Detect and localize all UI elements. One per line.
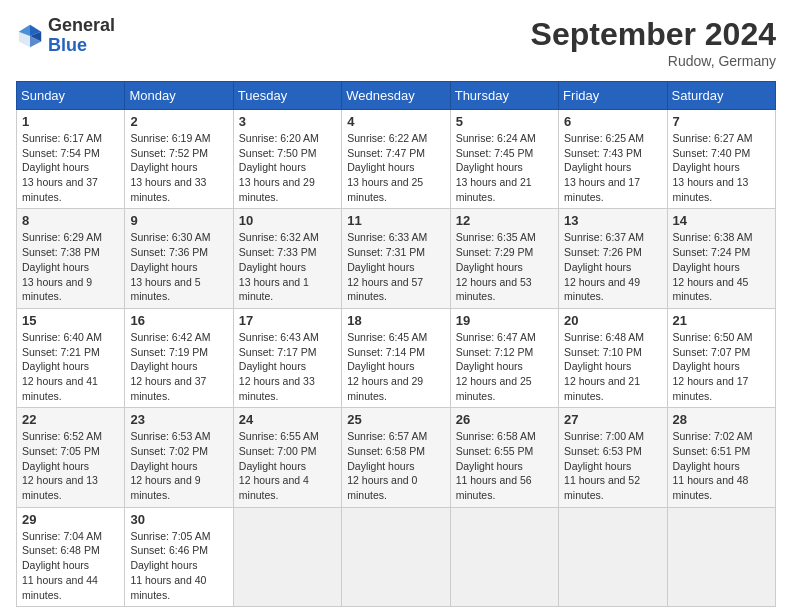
table-row: 27Sunrise: 7:00 AMSunset: 6:53 PMDayligh… xyxy=(559,408,667,507)
day-info: Sunrise: 6:20 AMSunset: 7:50 PMDaylight … xyxy=(239,131,336,204)
location: Rudow, Germany xyxy=(531,53,776,69)
day-info: Sunrise: 6:53 AMSunset: 7:02 PMDaylight … xyxy=(130,429,227,502)
day-number: 26 xyxy=(456,412,553,427)
day-info: Sunrise: 6:58 AMSunset: 6:55 PMDaylight … xyxy=(456,429,553,502)
day-info: Sunrise: 6:47 AMSunset: 7:12 PMDaylight … xyxy=(456,330,553,403)
table-row: 3Sunrise: 6:20 AMSunset: 7:50 PMDaylight… xyxy=(233,110,341,209)
day-info: Sunrise: 7:02 AMSunset: 6:51 PMDaylight … xyxy=(673,429,770,502)
col-tuesday: Tuesday xyxy=(233,82,341,110)
table-row: 9Sunrise: 6:30 AMSunset: 7:36 PMDaylight… xyxy=(125,209,233,308)
day-info: Sunrise: 6:30 AMSunset: 7:36 PMDaylight … xyxy=(130,230,227,303)
day-number: 14 xyxy=(673,213,770,228)
table-row xyxy=(559,507,667,606)
calendar-week-row: 8Sunrise: 6:29 AMSunset: 7:38 PMDaylight… xyxy=(17,209,776,308)
day-number: 23 xyxy=(130,412,227,427)
day-info: Sunrise: 6:32 AMSunset: 7:33 PMDaylight … xyxy=(239,230,336,303)
table-row xyxy=(233,507,341,606)
day-info: Sunrise: 6:43 AMSunset: 7:17 PMDaylight … xyxy=(239,330,336,403)
table-row: 20Sunrise: 6:48 AMSunset: 7:10 PMDayligh… xyxy=(559,308,667,407)
day-number: 29 xyxy=(22,512,119,527)
day-info: Sunrise: 6:22 AMSunset: 7:47 PMDaylight … xyxy=(347,131,444,204)
day-number: 21 xyxy=(673,313,770,328)
table-row: 5Sunrise: 6:24 AMSunset: 7:45 PMDaylight… xyxy=(450,110,558,209)
calendar-week-row: 22Sunrise: 6:52 AMSunset: 7:05 PMDayligh… xyxy=(17,408,776,507)
day-info: Sunrise: 7:00 AMSunset: 6:53 PMDaylight … xyxy=(564,429,661,502)
day-info: Sunrise: 6:55 AMSunset: 7:00 PMDaylight … xyxy=(239,429,336,502)
table-row xyxy=(342,507,450,606)
day-info: Sunrise: 6:48 AMSunset: 7:10 PMDaylight … xyxy=(564,330,661,403)
table-row: 12Sunrise: 6:35 AMSunset: 7:29 PMDayligh… xyxy=(450,209,558,308)
day-number: 1 xyxy=(22,114,119,129)
day-number: 28 xyxy=(673,412,770,427)
day-info: Sunrise: 6:25 AMSunset: 7:43 PMDaylight … xyxy=(564,131,661,204)
day-info: Sunrise: 6:24 AMSunset: 7:45 PMDaylight … xyxy=(456,131,553,204)
day-number: 12 xyxy=(456,213,553,228)
day-info: Sunrise: 7:04 AMSunset: 6:48 PMDaylight … xyxy=(22,529,119,602)
day-number: 25 xyxy=(347,412,444,427)
calendar-week-row: 1Sunrise: 6:17 AMSunset: 7:54 PMDaylight… xyxy=(17,110,776,209)
table-row: 19Sunrise: 6:47 AMSunset: 7:12 PMDayligh… xyxy=(450,308,558,407)
logo-general: General xyxy=(48,16,115,36)
table-row xyxy=(450,507,558,606)
calendar-week-row: 29Sunrise: 7:04 AMSunset: 6:48 PMDayligh… xyxy=(17,507,776,606)
day-info: Sunrise: 6:33 AMSunset: 7:31 PMDaylight … xyxy=(347,230,444,303)
table-row: 29Sunrise: 7:04 AMSunset: 6:48 PMDayligh… xyxy=(17,507,125,606)
col-sunday: Sunday xyxy=(17,82,125,110)
table-row: 28Sunrise: 7:02 AMSunset: 6:51 PMDayligh… xyxy=(667,408,775,507)
day-number: 6 xyxy=(564,114,661,129)
table-row: 13Sunrise: 6:37 AMSunset: 7:26 PMDayligh… xyxy=(559,209,667,308)
table-row: 10Sunrise: 6:32 AMSunset: 7:33 PMDayligh… xyxy=(233,209,341,308)
day-number: 17 xyxy=(239,313,336,328)
day-info: Sunrise: 6:19 AMSunset: 7:52 PMDaylight … xyxy=(130,131,227,204)
table-row: 26Sunrise: 6:58 AMSunset: 6:55 PMDayligh… xyxy=(450,408,558,507)
day-number: 4 xyxy=(347,114,444,129)
day-info: Sunrise: 6:38 AMSunset: 7:24 PMDaylight … xyxy=(673,230,770,303)
table-row: 1Sunrise: 6:17 AMSunset: 7:54 PMDaylight… xyxy=(17,110,125,209)
col-thursday: Thursday xyxy=(450,82,558,110)
day-number: 30 xyxy=(130,512,227,527)
day-info: Sunrise: 6:45 AMSunset: 7:14 PMDaylight … xyxy=(347,330,444,403)
day-info: Sunrise: 6:35 AMSunset: 7:29 PMDaylight … xyxy=(456,230,553,303)
table-row: 30Sunrise: 7:05 AMSunset: 6:46 PMDayligh… xyxy=(125,507,233,606)
table-row: 22Sunrise: 6:52 AMSunset: 7:05 PMDayligh… xyxy=(17,408,125,507)
day-number: 20 xyxy=(564,313,661,328)
logo-blue: Blue xyxy=(48,36,115,56)
day-info: Sunrise: 6:50 AMSunset: 7:07 PMDaylight … xyxy=(673,330,770,403)
calendar-week-row: 15Sunrise: 6:40 AMSunset: 7:21 PMDayligh… xyxy=(17,308,776,407)
table-row: 7Sunrise: 6:27 AMSunset: 7:40 PMDaylight… xyxy=(667,110,775,209)
day-number: 27 xyxy=(564,412,661,427)
day-info: Sunrise: 6:29 AMSunset: 7:38 PMDaylight … xyxy=(22,230,119,303)
day-info: Sunrise: 7:05 AMSunset: 6:46 PMDaylight … xyxy=(130,529,227,602)
table-row: 21Sunrise: 6:50 AMSunset: 7:07 PMDayligh… xyxy=(667,308,775,407)
logo-icon xyxy=(16,22,44,50)
table-row: 4Sunrise: 6:22 AMSunset: 7:47 PMDaylight… xyxy=(342,110,450,209)
day-info: Sunrise: 6:17 AMSunset: 7:54 PMDaylight … xyxy=(22,131,119,204)
calendar-table: Sunday Monday Tuesday Wednesday Thursday… xyxy=(16,81,776,607)
col-friday: Friday xyxy=(559,82,667,110)
table-row: 2Sunrise: 6:19 AMSunset: 7:52 PMDaylight… xyxy=(125,110,233,209)
day-number: 10 xyxy=(239,213,336,228)
table-row: 6Sunrise: 6:25 AMSunset: 7:43 PMDaylight… xyxy=(559,110,667,209)
day-number: 11 xyxy=(347,213,444,228)
day-info: Sunrise: 6:57 AMSunset: 6:58 PMDaylight … xyxy=(347,429,444,502)
day-info: Sunrise: 6:40 AMSunset: 7:21 PMDaylight … xyxy=(22,330,119,403)
day-number: 5 xyxy=(456,114,553,129)
table-row: 25Sunrise: 6:57 AMSunset: 6:58 PMDayligh… xyxy=(342,408,450,507)
day-number: 16 xyxy=(130,313,227,328)
table-row: 15Sunrise: 6:40 AMSunset: 7:21 PMDayligh… xyxy=(17,308,125,407)
col-wednesday: Wednesday xyxy=(342,82,450,110)
logo: General Blue xyxy=(16,16,115,56)
table-row: 18Sunrise: 6:45 AMSunset: 7:14 PMDayligh… xyxy=(342,308,450,407)
day-number: 7 xyxy=(673,114,770,129)
table-row xyxy=(667,507,775,606)
table-row: 11Sunrise: 6:33 AMSunset: 7:31 PMDayligh… xyxy=(342,209,450,308)
day-number: 15 xyxy=(22,313,119,328)
day-info: Sunrise: 6:37 AMSunset: 7:26 PMDaylight … xyxy=(564,230,661,303)
day-number: 18 xyxy=(347,313,444,328)
day-info: Sunrise: 6:52 AMSunset: 7:05 PMDaylight … xyxy=(22,429,119,502)
table-row: 23Sunrise: 6:53 AMSunset: 7:02 PMDayligh… xyxy=(125,408,233,507)
day-number: 3 xyxy=(239,114,336,129)
day-number: 24 xyxy=(239,412,336,427)
title-area: September 2024 Rudow, Germany xyxy=(531,16,776,69)
day-info: Sunrise: 6:27 AMSunset: 7:40 PMDaylight … xyxy=(673,131,770,204)
